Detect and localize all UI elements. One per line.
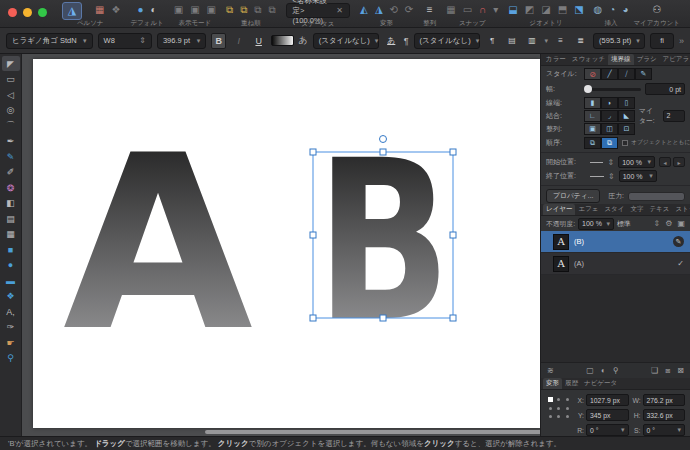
rectangle-tool[interactable]: ■ xyxy=(2,242,20,257)
stroke-style-solid-button[interactable]: ╱ xyxy=(601,68,618,80)
lock-icon[interactable]: ▣ xyxy=(677,219,685,228)
stepper-icon[interactable]: ⇕ xyxy=(607,158,614,167)
transparency-tool[interactable]: ◧ xyxy=(2,196,20,211)
blend-options-gear-icon[interactable]: ⚙ xyxy=(665,219,672,228)
tab-color[interactable]: カラー xyxy=(543,54,569,65)
custom-shape-tool[interactable]: ❖ xyxy=(2,289,20,304)
tab-styles[interactable]: スタイ xyxy=(601,204,627,215)
corner-tool[interactable]: ⌒ xyxy=(2,118,20,133)
retina-view-icon[interactable]: ▣ xyxy=(207,4,216,16)
canvas[interactable]: A B xyxy=(22,54,540,436)
designer-persona-icon[interactable]: ◮ xyxy=(62,2,82,20)
tab-navigator[interactable]: ナビゲータ xyxy=(581,378,620,389)
start-position-input[interactable]: 100 % ▾ xyxy=(618,156,655,168)
x-input[interactable]: 1027.9 px xyxy=(586,394,629,406)
ellipse-tool[interactable]: ● xyxy=(2,258,20,273)
place-image-tool[interactable]: ▤ xyxy=(2,211,20,226)
opacity-input[interactable]: 100 % ▾ xyxy=(578,218,614,230)
blend-ranges-icon[interactable]: ≋ xyxy=(547,366,554,375)
insert-inside-icon[interactable]: ◍ xyxy=(594,4,603,16)
minimize-window-button[interactable] xyxy=(23,8,32,17)
tab-glyphs[interactable]: 文字 xyxy=(627,204,646,215)
export-persona-icon[interactable]: ❖ xyxy=(111,4,120,16)
tab-effects[interactable]: エフェ xyxy=(575,204,601,215)
pressure-profile[interactable] xyxy=(628,192,685,201)
update-character-style-icon[interactable]: あ xyxy=(384,33,399,49)
mask-layer-icon[interactable]: ▢ xyxy=(586,366,594,375)
blend-mode-select[interactable]: 標準 xyxy=(617,219,631,229)
boolean-combine-icon[interactable]: ⬔ xyxy=(574,4,583,16)
horizontal-scrollbar[interactable] xyxy=(205,430,558,434)
vector-brush-tool[interactable]: ✐ xyxy=(2,165,20,180)
order-behind-button[interactable]: ⧉ xyxy=(584,137,601,149)
h-input[interactable]: 332.6 px xyxy=(643,409,686,421)
font-family-select[interactable]: ヒラギノ角ゴ StdN ▾ xyxy=(6,33,93,49)
stepper-icon[interactable]: ⇕ xyxy=(608,172,615,181)
letter-a-object[interactable]: A xyxy=(63,104,253,384)
move-to-front-icon[interactable]: ⧉ xyxy=(226,4,233,16)
view-tool[interactable]: ☛ xyxy=(2,335,20,350)
artistic-text-tool[interactable]: A, xyxy=(2,304,20,319)
cap-round-button[interactable]: ◗ xyxy=(601,97,618,109)
artboard-tool[interactable]: ▭ xyxy=(2,72,20,87)
selection-handle-sw[interactable] xyxy=(310,315,316,321)
typography-button[interactable]: fi xyxy=(650,33,674,49)
boolean-divide-icon[interactable]: ⬒ xyxy=(558,4,567,16)
point-transform-tool[interactable]: ◎ xyxy=(2,103,20,118)
rotation-handle[interactable] xyxy=(380,136,387,143)
scale-with-object-checkbox[interactable] xyxy=(622,140,628,146)
tab-swatches[interactable]: スウォッチ xyxy=(569,54,608,65)
stroke-style-none-button[interactable]: ⊘ xyxy=(584,68,601,80)
italic-button[interactable]: I xyxy=(231,33,246,49)
pen-tool[interactable]: ✒ xyxy=(2,134,20,149)
stroke-width-slider[interactable] xyxy=(584,88,641,91)
snapping-options-chevron-icon[interactable]: ▾ xyxy=(493,4,498,16)
snapping-magnet-icon[interactable]: ∩ xyxy=(479,4,486,16)
move-tool[interactable]: ◤ xyxy=(2,56,20,71)
tab-stroke[interactable]: 境界線 xyxy=(608,54,634,65)
pixel-view-icon[interactable]: ▣ xyxy=(190,4,199,16)
y-input[interactable]: 345 px xyxy=(586,409,629,421)
tab-brushes[interactable]: ブラシ xyxy=(634,54,660,65)
selection-handle-nw[interactable] xyxy=(310,149,316,155)
layer-name[interactable]: (B) xyxy=(574,237,668,246)
selection-handle-s[interactable] xyxy=(380,315,386,321)
boolean-subtract-icon[interactable]: ◩ xyxy=(525,4,534,16)
flip-horizontal-icon[interactable]: ◭ xyxy=(360,4,368,16)
pencil-tool[interactable]: ✎ xyxy=(2,149,20,164)
my-account-icon[interactable]: ⚇ xyxy=(652,4,661,16)
selection-handle-se[interactable] xyxy=(450,315,456,321)
snap-grid-icon[interactable]: ▦ xyxy=(446,4,455,16)
rotate-cw-icon[interactable]: ⟳ xyxy=(405,4,413,16)
cap-square-button[interactable]: ▯ xyxy=(618,97,635,109)
color-picker-tool[interactable]: ✑ xyxy=(2,320,20,335)
numbered-list-icon[interactable]: ≣ xyxy=(573,33,588,49)
layer-row-b[interactable]: A (B) ✎ xyxy=(541,231,690,253)
align-inside-button[interactable]: ◫ xyxy=(601,123,618,135)
vector-crop-tool[interactable]: ▦ xyxy=(2,227,20,242)
update-paragraph-style-icon[interactable]: ¶ xyxy=(485,33,500,49)
align-outside-button[interactable]: ⊡ xyxy=(618,123,635,135)
revert-defaults-icon[interactable]: ◐ xyxy=(151,4,157,16)
miter-input[interactable]: 2 xyxy=(663,110,686,122)
selection-handle-n[interactable] xyxy=(380,149,386,155)
snap-candidates-icon[interactable]: ▭ xyxy=(463,4,472,16)
node-tool[interactable]: ◁ xyxy=(2,87,20,102)
close-window-button[interactable] xyxy=(8,8,17,17)
paragraph-style-select[interactable]: (スタイルなし) ▾ xyxy=(414,33,480,49)
end-position-input[interactable]: 100 % ▾ xyxy=(619,170,657,182)
boolean-intersect-icon[interactable]: ◪ xyxy=(541,4,550,16)
delete-layer-icon[interactable]: ⊠ xyxy=(677,366,684,375)
layer-edit-badge-icon[interactable]: ✎ xyxy=(673,236,684,247)
pixel-persona-icon[interactable]: ▦ xyxy=(95,4,104,16)
cap-butt-button[interactable]: ▮ xyxy=(584,97,601,109)
selection-handle-e[interactable] xyxy=(450,232,456,238)
live-filter-icon[interactable]: ⚲ xyxy=(613,366,619,375)
anchor-point-selector[interactable] xyxy=(546,394,572,420)
layer-name[interactable]: (A) xyxy=(574,259,672,268)
rounded-rectangle-tool[interactable]: ▬ xyxy=(2,273,20,288)
underline-button[interactable]: U xyxy=(251,33,266,49)
move-forward-icon[interactable]: ⧉ xyxy=(240,4,247,16)
layers-empty-area[interactable] xyxy=(541,275,690,362)
rotation-input[interactable]: 0 ° ▾ xyxy=(586,424,629,436)
